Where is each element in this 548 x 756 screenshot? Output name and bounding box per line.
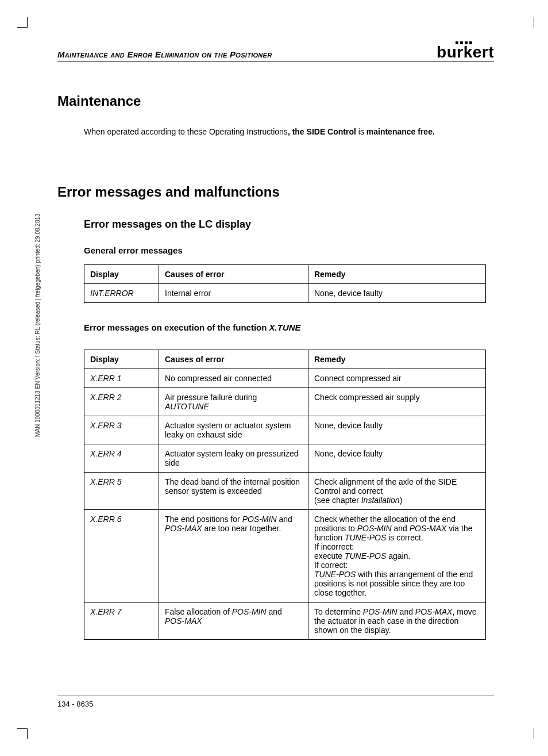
cell-remedy: To determine POS-MIN and POS-MAX, move t… (308, 602, 486, 639)
text: and (398, 607, 415, 616)
cell-display: X.ERR 2 (84, 387, 159, 416)
text-italic: POS-MIN (363, 607, 398, 616)
text-bold: , the SIDE Control (288, 127, 356, 136)
table-row: X.ERR 2Air pressure failure during AUTOT… (84, 387, 486, 416)
page-header: Maintenance and Error Elimination on the… (57, 41, 494, 62)
th-cause: Causes of error (159, 264, 308, 283)
brand-logo-text: burkert (437, 45, 494, 59)
brand-logo: burkert (437, 41, 494, 59)
text-italic: POS-MIN (242, 515, 277, 524)
cell-remedy: Check compressed air supply (308, 387, 486, 416)
table-row: X.ERR 4Actuator system leaky on pressuri… (84, 444, 486, 472)
text: To determine (314, 607, 363, 616)
cell-display: X.ERR 4 (84, 444, 159, 472)
table-row: X.ERR 1No compressed air connectedConnec… (84, 369, 486, 387)
cell-cause: Air pressure failure during AUTOTUNE (159, 387, 308, 416)
text: and (277, 515, 292, 524)
table-header-row: Display Causes of error Remedy (84, 350, 486, 369)
heading-xtune-errors: Error messages on execution of the funct… (84, 323, 494, 332)
text: When operated according to these Operati… (84, 127, 288, 136)
running-title: Maintenance and Error Elimination on the… (57, 49, 272, 59)
text: and (392, 524, 410, 533)
cell-remedy: Check alignment of the axle of the SIDE … (308, 472, 486, 509)
text-italic: POS-MAX (410, 524, 447, 533)
th-cause: Causes of error (159, 350, 308, 369)
cell-cause: No compressed air connected (159, 369, 308, 387)
heading-errors: Error messages and malfunctions (57, 184, 494, 200)
cell-display: X.ERR 1 (84, 369, 159, 387)
cell-remedy: Check whether the allocation of the end … (308, 509, 486, 602)
text-italic: TUNE-POS (345, 533, 386, 542)
heading-lc-display: Error messages on the LC display (84, 218, 494, 231)
page-footer: 134 - 8635 (57, 696, 494, 708)
th-display: Display (84, 264, 159, 283)
cell-remedy: None, device faulty (308, 283, 486, 302)
table-row: X.ERR 7False allocation of POS-MIN and P… (84, 602, 486, 639)
table-xtune-errors: Display Causes of error Remedy X.ERR 1No… (84, 350, 486, 640)
text: The end positions for (165, 515, 242, 524)
text: are too near together. (202, 524, 281, 533)
page-number: 134 (57, 700, 70, 708)
text-italic: POS-MAX (165, 524, 202, 533)
text: Air pressure failure during (165, 393, 257, 402)
text-italic: AUTOTUNE (165, 402, 209, 411)
text-italic: Installation (361, 496, 400, 505)
doc-number: 8635 (76, 700, 93, 708)
crop-mark (17, 17, 28, 28)
cell-cause: The end positions for POS-MIN and POS-MA… (159, 509, 308, 602)
cell-display: X.ERR 3 (84, 416, 159, 444)
text-italic: X.TUNE (269, 323, 301, 332)
text: Error messages on execution of the funct… (84, 323, 269, 332)
text-italic: POS-MIN (357, 524, 392, 533)
cell-cause: False allocation of POS-MIN and POS-MAX (159, 602, 308, 639)
table-row: INT.ERROR Internal error None, device fa… (84, 283, 486, 302)
text: False allocation of (165, 607, 232, 616)
text-italic: POS-MAX (165, 616, 202, 625)
th-remedy: Remedy (308, 264, 486, 283)
cell-remedy: Connect compressed air (308, 369, 486, 387)
cell-display: X.ERR 5 (84, 472, 159, 509)
text: - (70, 700, 77, 708)
heading-general-errors: General error messages (84, 245, 494, 255)
text-bold: maintenance free. (366, 127, 435, 136)
cell-display: INT.ERROR (84, 283, 159, 302)
text-italic: TUNE-POS (314, 570, 356, 579)
th-display: Display (84, 350, 159, 369)
crop-mark (534, 17, 534, 28)
table-row: X.ERR 6The end positions for POS-MIN and… (84, 509, 486, 602)
heading-maintenance: Maintenance (57, 93, 494, 109)
text-italic: TUNE-POS (345, 551, 386, 561)
cell-cause: Actuator system leaky on pressurized sid… (159, 444, 308, 472)
text-italic: POS-MAX (415, 607, 453, 616)
table-row: X.ERR 5The dead band of the internal pos… (84, 472, 486, 509)
table-row: X.ERR 3Actuator system or actuator syste… (84, 416, 486, 444)
text: ) (400, 496, 403, 505)
cell-remedy: None, device faulty (308, 416, 486, 444)
table-general-errors: Display Causes of error Remedy INT.ERROR… (84, 264, 486, 303)
text: and (267, 607, 282, 616)
cell-cause: Internal error (159, 283, 308, 302)
table-header-row: Display Causes of error Remedy (84, 264, 486, 283)
text-italic: POS-MIN (232, 607, 267, 616)
maintenance-paragraph: When operated according to these Operati… (84, 126, 494, 138)
cell-display: X.ERR 7 (84, 602, 159, 639)
cell-display: X.ERR 6 (84, 509, 159, 602)
cell-cause: Actuator system or actuator system leaky… (159, 416, 308, 444)
cell-remedy: None, device faulty (308, 444, 486, 472)
crop-mark (17, 728, 28, 739)
cell-cause: The dead band of the internal position s… (159, 472, 308, 509)
vertical-print-note: MAN 1000011213 EN Version: I Status: RL … (34, 213, 41, 437)
text: is (356, 127, 366, 136)
crop-mark (534, 728, 534, 739)
th-remedy: Remedy (308, 350, 486, 369)
